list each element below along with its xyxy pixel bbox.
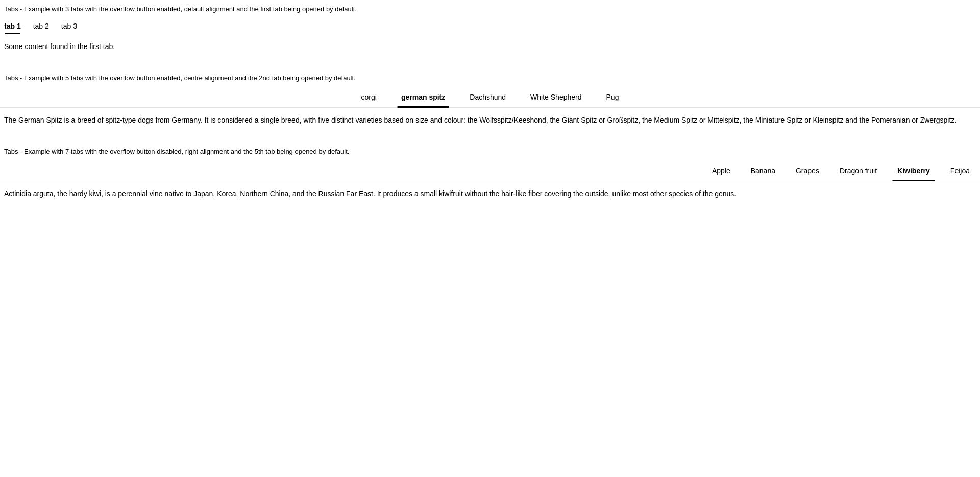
- section1-description: Tabs - Example with 3 tabs with the over…: [0, 0, 980, 18]
- section3-tab-feijoa[interactable]: Feijoa: [940, 160, 980, 181]
- section2-tabs-bar: corgi german spitz Dachshund White Sheph…: [0, 87, 980, 108]
- section3-description: Tabs - Example with 7 tabs with the over…: [0, 142, 980, 160]
- section2-tab-pug[interactable]: Pug: [594, 87, 631, 107]
- section1: Tabs - Example with 3 tabs with the over…: [0, 0, 980, 59]
- section3-tab-apple[interactable]: Apple: [702, 160, 741, 181]
- section1-tab-2[interactable]: tab 2: [29, 18, 57, 34]
- section2-tab-corgi[interactable]: corgi: [349, 87, 389, 107]
- section1-tab-content: Some content found in the first tab.: [0, 34, 980, 59]
- section3-tab-grapes[interactable]: Grapes: [786, 160, 829, 181]
- section2-tab-dachshund[interactable]: Dachshund: [457, 87, 518, 107]
- section3-tab-banana[interactable]: Banana: [741, 160, 786, 181]
- section3-tab-content: Actinidia arguta, the hardy kiwi, is a p…: [0, 181, 980, 206]
- section2-tab-content: The German Spitz is a breed of spitz-typ…: [0, 108, 980, 132]
- section1-tab-1[interactable]: tab 1: [0, 18, 29, 34]
- section2-tab-german-spitz[interactable]: german spitz: [389, 87, 457, 107]
- section2-description: Tabs - Example with 5 tabs with the over…: [0, 69, 980, 87]
- section3-tab-dragon-fruit[interactable]: Dragon fruit: [829, 160, 887, 181]
- section3-tab-kiwiberry[interactable]: Kiwiberry: [887, 160, 940, 181]
- section1-tabs-bar: tab 1 tab 2 tab 3: [0, 18, 980, 34]
- section2-tab-white-shepherd[interactable]: White Shepherd: [518, 87, 594, 107]
- section3: Tabs - Example with 7 tabs with the over…: [0, 142, 980, 206]
- section2: Tabs - Example with 5 tabs with the over…: [0, 69, 980, 132]
- section3-tabs-bar: Apple Banana Grapes Dragon fruit Kiwiber…: [0, 160, 980, 181]
- section1-tab-3[interactable]: tab 3: [57, 18, 85, 34]
